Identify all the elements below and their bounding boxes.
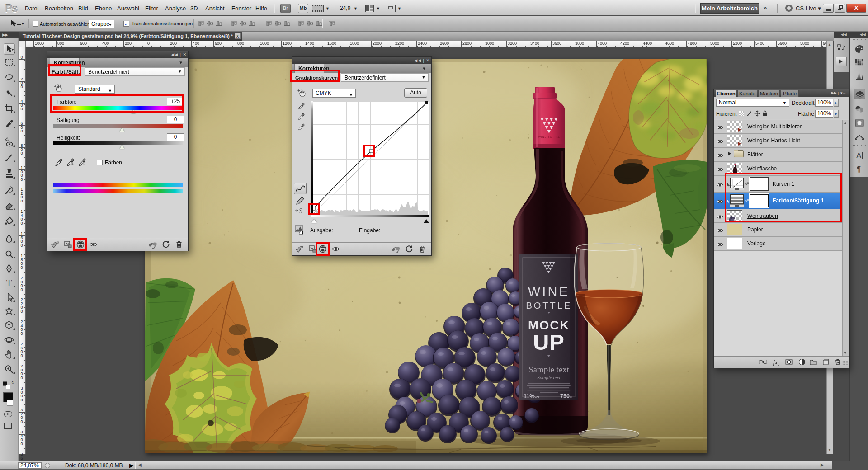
svg-text:Sample text: Sample text: [537, 375, 561, 380]
svg-text:¶: ¶: [857, 165, 861, 174]
svg-text:WINE: WINE: [528, 284, 570, 299]
svg-text:T: T: [6, 278, 12, 288]
svg-text:Sample text: Sample text: [528, 365, 570, 374]
svg-text:BOTTLE: BOTTLE: [526, 300, 571, 310]
svg-text:WINE BOTTLE: WINE BOTTLE: [538, 136, 560, 138]
svg-text:UP: UP: [533, 330, 565, 354]
svg-text:S: S: [299, 207, 302, 215]
svg-text:!: !: [302, 230, 303, 235]
svg-text:fx: fx: [773, 359, 778, 366]
svg-text:A: A: [856, 151, 862, 160]
